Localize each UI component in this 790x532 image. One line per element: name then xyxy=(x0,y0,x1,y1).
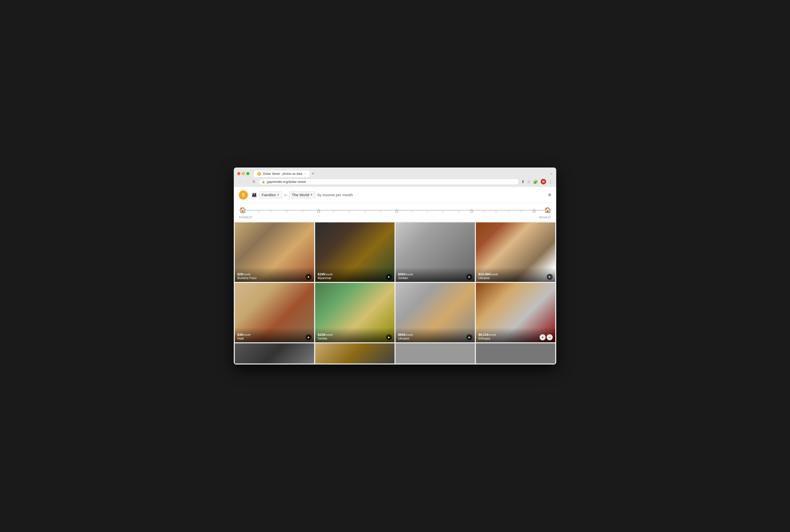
world-dropdown[interactable]: The World ▼ xyxy=(289,191,315,198)
photo-overlay-jordan: $583/month Jordan xyxy=(395,267,475,282)
per-month-ethiopia: /month xyxy=(488,334,496,336)
house-icon-16: ⌂ xyxy=(483,209,485,213)
profile-avatar[interactable]: M xyxy=(541,179,546,184)
photo-overlay-haiti: $39/month Haiti xyxy=(235,328,314,342)
browser-window: $ Dollar Street - photos as data × + ⌄ ←… xyxy=(234,168,556,365)
bookmark-icon[interactable]: ☆ xyxy=(527,179,530,184)
photo-overlay-ukraine1: $10,090/month Ukraine xyxy=(476,267,555,282)
house-icon-10: ⌂ xyxy=(395,207,398,214)
photo-card-ukraine2[interactable]: $694/month Ukraine ▶ xyxy=(395,283,475,342)
tab-title: Dollar Street - photos as data xyxy=(263,172,302,175)
house-icon-14: ⌂ xyxy=(457,209,460,213)
photo-card-ukraine1[interactable]: $10,090/month Ukraine ▶ xyxy=(476,223,555,282)
back-button[interactable]: ← xyxy=(237,179,242,184)
photo-overlay-ukraine2: $694/month Ukraine xyxy=(395,328,475,342)
photo-card-bottom2[interactable] xyxy=(315,343,395,363)
photo-income-jordan: $583/month xyxy=(398,272,472,276)
house-icon-19: ⌂ xyxy=(520,209,522,213)
by-income-label: by income per month xyxy=(317,193,353,197)
house-icon-8: ⌂ xyxy=(364,209,366,213)
house-icon-12: ⌂ xyxy=(426,209,429,213)
minimize-traffic-light[interactable] xyxy=(242,172,245,175)
slider-handle-poorest: 🏠 xyxy=(239,207,246,213)
photo-card-burkina-faso[interactable]: $29/month Burkina Faso ▶ xyxy=(235,223,314,282)
per-month-ukraine2: /month xyxy=(405,334,413,336)
house-icon-20: ⌂ xyxy=(532,207,536,214)
richest-label: RICHEST xyxy=(539,216,551,219)
house-icon-6: ⌂ xyxy=(333,209,335,213)
photo-country-haiti: Haiti xyxy=(237,337,312,340)
play-button-myanmar[interactable]: ▶ xyxy=(386,274,392,280)
per-month-haiti: /month xyxy=(243,334,251,336)
forward-button[interactable]: → xyxy=(244,179,249,184)
house-icon-13: ⌂ xyxy=(442,209,444,213)
photo-card-haiti[interactable]: $39/month Haiti ▶ xyxy=(235,283,314,342)
addressbar-actions: ⬆ ☆ 🧩 M ⋮ xyxy=(521,179,553,184)
play-button-jordan[interactable]: ▶ xyxy=(466,274,472,280)
photo-card-bottom4[interactable] xyxy=(476,343,555,363)
photo-income-haiti: $39/month xyxy=(237,333,312,337)
maximize-traffic-light[interactable] xyxy=(246,172,249,175)
photo-country-myanmar: Myanmar xyxy=(318,276,392,280)
poorest-label: POOREST xyxy=(239,216,252,219)
photo-country-serbia: Serbia xyxy=(318,337,392,340)
house-icon-5: ⌂ xyxy=(317,207,320,214)
tab-close-button[interactable]: × xyxy=(304,172,306,175)
extension-icon[interactable]: 🧩 xyxy=(533,179,538,184)
zoom-in-button[interactable]: + xyxy=(540,334,546,340)
slider-labels: POOREST RICHEST xyxy=(239,216,551,221)
share-icon[interactable]: ⬆ xyxy=(521,179,525,184)
photo-grid: $29/month Burkina Faso ▶ $195/month Myan… xyxy=(234,222,556,365)
address-bar[interactable]: 🔒 gapminder.org/dollar-street xyxy=(259,178,519,185)
new-tab-button[interactable]: + xyxy=(309,170,317,177)
house-icon-2: ⌂ xyxy=(270,209,272,213)
house-icon-1: ⌂ xyxy=(258,209,260,213)
per-month-serbia: /month xyxy=(325,334,333,336)
photo-card-ethiopia[interactable]: $6,316/month Ethiopia + − xyxy=(476,283,555,342)
photo-card-bottom1[interactable] xyxy=(235,343,314,363)
photo-card-jordan[interactable]: $583/month Jordan ▶ xyxy=(395,223,475,282)
play-button-burkina[interactable]: ▶ xyxy=(305,274,312,280)
zoom-out-button[interactable]: − xyxy=(547,334,553,340)
photo-income-ukraine1: $10,090/month xyxy=(478,272,553,276)
photo-overlay-burkina: $29/month Burkina Faso xyxy=(235,267,314,282)
world-dropdown-arrow: ▼ xyxy=(310,193,313,196)
lock-icon: 🔒 xyxy=(262,180,265,183)
house-icon-17: ⌂ xyxy=(495,209,497,213)
house-icon-9: ⌂ xyxy=(379,209,382,213)
photo-overlay-myanmar: $195/month Myanmar xyxy=(315,267,395,282)
tab-bar: $ Dollar Street - photos as data × + xyxy=(254,170,547,177)
browser-menu-icon[interactable]: ⋮ xyxy=(549,179,553,184)
photo-card-serbia[interactable]: $228/month Serbia ▶ xyxy=(315,283,395,342)
tab-favicon: $ xyxy=(258,172,261,175)
photo-card-bottom3[interactable] xyxy=(395,343,475,363)
browser-addressbar: ← → ↻ 🔒 gapminder.org/dollar-street ⬆ ☆ … xyxy=(234,177,556,187)
photo-overlay-serbia: $228/month Serbia xyxy=(315,328,395,342)
window-expand-icon[interactable]: ⌄ xyxy=(550,171,553,175)
play-button-ukraine1[interactable]: ▶ xyxy=(547,274,553,280)
photo-country-ukraine1: Ukraine xyxy=(478,276,553,280)
zoom-controls: + − xyxy=(540,334,553,340)
address-text: gapminder.org/dollar-street xyxy=(267,180,516,184)
app-header: $ 👨‍👩‍👧 Families ▼ in The World ▼ by inc… xyxy=(234,187,556,203)
active-tab[interactable]: $ Dollar Street - photos as data × xyxy=(254,171,309,177)
hamburger-menu[interactable]: ≡ xyxy=(548,192,551,198)
families-icon: 👨‍👩‍👧 xyxy=(251,192,257,198)
app-logo[interactable]: $ xyxy=(239,190,248,200)
photo-country-burkina: Burkina Faso xyxy=(237,276,312,280)
families-dropdown-arrow: ▼ xyxy=(277,193,279,196)
photo-income-ukraine2: $694/month xyxy=(398,333,472,337)
house-icon-4: ⌂ xyxy=(301,209,304,213)
house-icon-3: ⌂ xyxy=(286,209,288,213)
photo-income-myanmar: $195/month xyxy=(318,272,392,276)
browser-controls-right: ⌄ xyxy=(550,171,553,176)
close-traffic-light[interactable] xyxy=(237,172,240,175)
reload-button[interactable]: ↻ xyxy=(251,179,257,184)
house-icon-11: ⌂ xyxy=(411,209,413,213)
photo-country-jordan: Jordan xyxy=(398,276,472,280)
per-month-ukraine1: /month xyxy=(490,273,498,276)
photo-card-myanmar[interactable]: $195/month Myanmar ▶ xyxy=(315,223,395,282)
browser-titlebar: $ Dollar Street - photos as data × + ⌄ xyxy=(234,168,556,177)
slider-track[interactable]: 🏠 ⌂ ⌂ ⌂ ⌂ ⌂ ⌂ ⌂ ⌂ ⌂ ⌂ ⌂ ⌂ ⌂ ⌂ ⌂ xyxy=(239,205,551,215)
families-dropdown[interactable]: Families ▼ xyxy=(259,191,282,198)
